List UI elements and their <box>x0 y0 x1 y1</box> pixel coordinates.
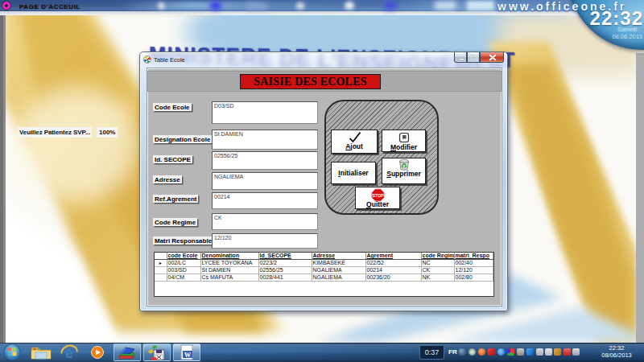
svg-text:W: W <box>184 352 191 359</box>
svg-text:STOP: STOP <box>372 193 384 198</box>
